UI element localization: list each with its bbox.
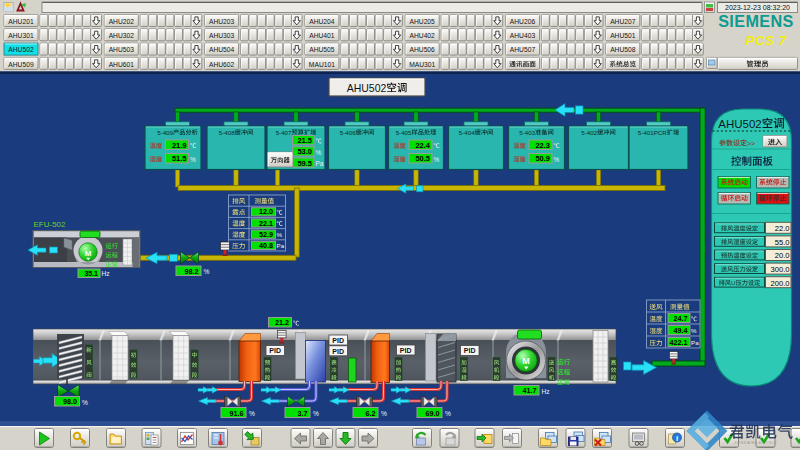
svg-text:AHU508: AHU508 xyxy=(610,46,636,53)
svg-text:5-408: 5-408 xyxy=(219,129,235,136)
svg-text:PID: PID xyxy=(269,347,281,354)
svg-text:AHU505: AHU505 xyxy=(309,46,335,53)
svg-text:AHU201: AHU201 xyxy=(8,18,34,25)
svg-text:24.7: 24.7 xyxy=(673,314,687,323)
svg-text:59.5: 59.5 xyxy=(297,159,312,168)
svg-text:AHU204: AHU204 xyxy=(309,18,335,25)
svg-text:5-401PCR: 5-401PCR xyxy=(638,129,667,136)
svg-text:%: % xyxy=(249,410,255,417)
svg-text:5-409: 5-409 xyxy=(157,129,173,136)
svg-text:2023-12-23 08:32:20: 2023-12-23 08:32:20 xyxy=(725,4,790,11)
svg-text:PID: PID xyxy=(332,348,344,355)
svg-text:5-406: 5-406 xyxy=(340,129,356,136)
svg-text:AHU507: AHU507 xyxy=(510,46,536,53)
svg-text:AHU402: AHU402 xyxy=(410,32,436,39)
svg-text:41.7: 41.7 xyxy=(522,386,536,395)
svg-text:AHU401: AHU401 xyxy=(309,32,335,39)
svg-text:U: U xyxy=(731,279,735,286)
svg-text:22.0: 22.0 xyxy=(775,224,790,233)
svg-text:20.0: 20.0 xyxy=(775,251,790,260)
svg-text:50.9: 50.9 xyxy=(535,154,550,163)
svg-text:%: % xyxy=(313,410,319,417)
svg-text:AHU502: AHU502 xyxy=(347,82,387,94)
svg-text:%: % xyxy=(316,149,322,156)
svg-text:98.0: 98.0 xyxy=(63,397,77,406)
svg-text:AHU403: AHU403 xyxy=(510,32,536,39)
svg-text:AHU502: AHU502 xyxy=(718,118,761,130)
svg-text:12.0: 12.0 xyxy=(259,207,273,216)
svg-text:%: % xyxy=(204,268,210,275)
svg-text:M: M xyxy=(522,356,530,366)
svg-text:AHU509: AHU509 xyxy=(8,61,34,68)
svg-text:5-405: 5-405 xyxy=(396,129,412,136)
svg-text:300.0: 300.0 xyxy=(770,265,789,274)
svg-text:J U N K A I E L E C T R I C: J U N K A I E L E C T R I C xyxy=(734,441,777,445)
svg-text:AHU207: AHU207 xyxy=(610,18,636,25)
svg-text:35.1: 35.1 xyxy=(84,270,98,277)
svg-text:PCS 7: PCS 7 xyxy=(745,33,788,48)
svg-text:Pa: Pa xyxy=(277,242,285,249)
svg-text:3.7: 3.7 xyxy=(297,409,307,418)
svg-text:AHU503: AHU503 xyxy=(109,46,135,53)
svg-text:%: % xyxy=(82,399,88,406)
svg-text:5-403: 5-403 xyxy=(519,129,535,136)
svg-text:M: M xyxy=(85,249,92,258)
svg-text:%: % xyxy=(190,156,196,163)
svg-text:AHU504: AHU504 xyxy=(209,46,235,53)
svg-text:AHU602: AHU602 xyxy=(209,61,235,68)
svg-text:5-402: 5-402 xyxy=(581,129,597,136)
svg-text:PID: PID xyxy=(464,347,476,354)
svg-text:200.0: 200.0 xyxy=(770,279,789,288)
svg-text:AHU206: AHU206 xyxy=(510,18,536,25)
svg-text:AHU303: AHU303 xyxy=(209,32,235,39)
svg-text:AHU202: AHU202 xyxy=(109,18,135,25)
svg-text:Hz: Hz xyxy=(102,270,110,277)
svg-text:40.8: 40.8 xyxy=(259,241,273,250)
svg-text:i: i xyxy=(676,434,678,443)
svg-text:51.5: 51.5 xyxy=(172,154,187,163)
svg-text:PID: PID xyxy=(400,347,412,354)
svg-text:5-407: 5-407 xyxy=(276,129,292,136)
svg-text:AHU506: AHU506 xyxy=(410,46,436,53)
svg-text:AHU302: AHU302 xyxy=(109,32,135,39)
svg-text:49.4: 49.4 xyxy=(673,326,687,335)
svg-text:SIEMENS: SIEMENS xyxy=(718,12,794,30)
svg-text:21.5: 21.5 xyxy=(297,136,312,145)
svg-text:Pa: Pa xyxy=(316,160,324,167)
svg-text:55.0: 55.0 xyxy=(775,238,790,247)
svg-text:AHU502: AHU502 xyxy=(8,46,34,53)
svg-text:6.2: 6.2 xyxy=(365,409,375,418)
svg-text:%: % xyxy=(434,156,440,163)
svg-text:22.1: 22.1 xyxy=(259,219,273,228)
svg-text:%: % xyxy=(554,156,560,163)
svg-text:Hz: Hz xyxy=(542,388,550,395)
svg-text:21.2: 21.2 xyxy=(275,318,289,327)
svg-text:AHU301: AHU301 xyxy=(8,32,34,39)
svg-text:>>: >> xyxy=(747,140,755,147)
svg-text:MAU101: MAU101 xyxy=(309,61,335,68)
svg-text:98.2: 98.2 xyxy=(184,267,198,276)
svg-text:%: % xyxy=(445,410,451,417)
svg-text:69.0: 69.0 xyxy=(425,409,439,418)
svg-text:50.5: 50.5 xyxy=(415,154,430,163)
svg-text:422.1: 422.1 xyxy=(669,338,687,347)
svg-text:21.9: 21.9 xyxy=(172,141,187,150)
svg-text:%: % xyxy=(277,231,283,238)
svg-text:AHU501: AHU501 xyxy=(610,32,636,39)
svg-text:%: % xyxy=(381,410,387,417)
svg-text:PID: PID xyxy=(332,337,344,344)
svg-text:91.6: 91.6 xyxy=(229,409,243,418)
svg-text:22.3: 22.3 xyxy=(535,141,550,150)
svg-text:5-404: 5-404 xyxy=(459,129,475,136)
svg-text:Pa: Pa xyxy=(691,339,699,346)
svg-text:22.4: 22.4 xyxy=(415,141,430,150)
svg-text:AHU205: AHU205 xyxy=(410,18,436,25)
svg-text:AHU601: AHU601 xyxy=(109,61,135,68)
svg-text:52.9: 52.9 xyxy=(259,230,273,239)
svg-text:53.0: 53.0 xyxy=(297,147,312,156)
svg-text:AHU203: AHU203 xyxy=(209,18,235,25)
svg-text:MAU301: MAU301 xyxy=(409,61,435,68)
svg-text:%: % xyxy=(691,327,697,334)
svg-text:EFU-502: EFU-502 xyxy=(34,220,67,229)
